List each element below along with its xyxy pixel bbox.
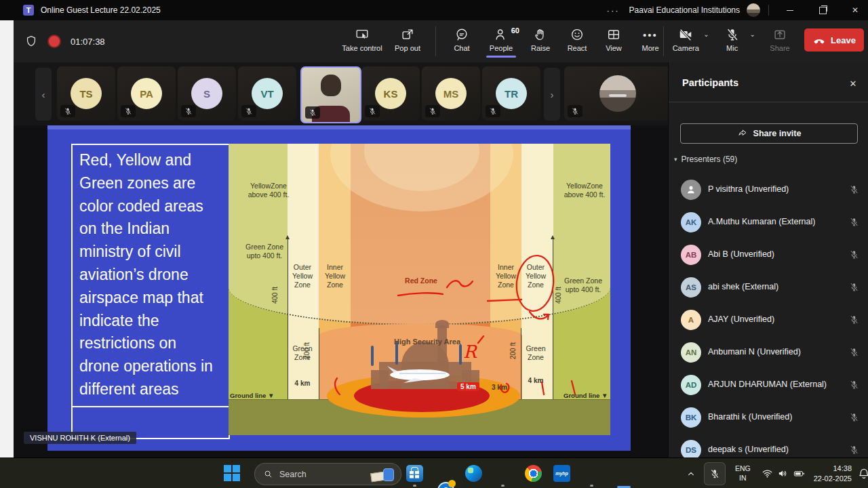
chat-button[interactable]: Chat	[447, 25, 477, 52]
share-invite-button[interactable]: Share invite	[680, 123, 858, 144]
edge-browser-icon[interactable]	[465, 465, 482, 482]
video-tile-photo[interactable]	[564, 66, 671, 121]
raise-label: Raise	[531, 44, 550, 52]
participant-row[interactable]: P visithra (Unverified)	[669, 174, 868, 206]
participant-row[interactable]: AB Abi B (Unverified)	[669, 239, 868, 271]
mic-off-icon	[849, 184, 859, 195]
participant-row[interactable]: A AJAY (Unverified)	[669, 304, 868, 336]
panel-divider	[669, 102, 868, 102]
participant-row[interactable]: AK A.Muthu Kumaran (External)	[669, 206, 868, 239]
presenters-count-label: Presenters (59)	[682, 155, 738, 164]
window-titlebar: T Online Guest Lecture 22.02.2025 ··· Pa…	[0, 0, 868, 20]
tray-date: 22-02-2025	[814, 474, 852, 484]
mic-off-icon	[124, 107, 132, 115]
desktop-edge-strip	[0, 20, 14, 458]
chat-icon	[454, 27, 469, 42]
restore-icon	[819, 7, 827, 14]
participant-filmstrip: ‹ TS PA S VT KS MS TR ›	[14, 62, 668, 125]
get-help-icon[interactable]: ?	[437, 482, 454, 488]
teams-app-icon: T	[23, 5, 34, 16]
chrome-browser-icon[interactable]	[525, 465, 542, 482]
tray-overflow-chevron-icon[interactable]	[682, 468, 700, 479]
titlebar-divider	[768, 5, 769, 16]
video-tile[interactable]: TS	[57, 66, 115, 121]
mic-off-icon	[725, 27, 740, 42]
participant-row[interactable]: AD ARJUN DHARUMAN (External)	[669, 369, 868, 401]
react-label: React	[568, 44, 587, 52]
toolbar-divider	[435, 26, 436, 56]
avatar	[681, 180, 701, 200]
filmstrip-next-icon[interactable]: ›	[544, 68, 560, 121]
presenters-section-header[interactable]: ▾ Presenters (59)	[674, 155, 737, 164]
mic-off-icon	[309, 108, 317, 117]
caption-divider	[73, 406, 229, 407]
microsoft-store-icon[interactable]	[406, 465, 423, 482]
camera-button[interactable]: Camera	[671, 25, 701, 52]
view-button[interactable]: View	[599, 25, 629, 52]
system-tray-icons[interactable]	[762, 468, 806, 479]
leave-button[interactable]: Leave	[804, 28, 864, 52]
participant-row[interactable]: AS abi shek (External)	[669, 271, 868, 304]
take-control-button[interactable]: Take control	[340, 25, 384, 52]
react-button[interactable]: React	[562, 25, 592, 52]
myhp-app-icon[interactable]: myhp	[553, 465, 570, 482]
video-tile[interactable]: TR	[482, 66, 540, 121]
notification-bell-icon[interactable]	[857, 467, 868, 481]
video-tile[interactable]: S	[178, 66, 236, 121]
app-running-dot	[590, 485, 593, 487]
people-button[interactable]: 60 People	[484, 25, 519, 58]
participant-row[interactable]: DS deepak s (Unverified)	[669, 434, 868, 458]
video-tile-active-speaker[interactable]	[300, 66, 361, 123]
participant-name: ARJUN DHARUMAN (External)	[708, 380, 827, 389]
participant-name: AJAY (Unverified)	[708, 314, 774, 324]
view-label: View	[606, 44, 622, 52]
mic-off-badge	[241, 105, 256, 117]
mic-off-icon	[709, 468, 720, 479]
mic-off-icon	[368, 107, 376, 115]
more-label: More	[642, 44, 658, 52]
speaker-icon	[777, 468, 789, 479]
avatar: AB	[681, 245, 701, 265]
participant-row[interactable]: BK Bharathi k (Unverified)	[669, 401, 868, 434]
clock[interactable]: 14:38 22-02-2025	[814, 464, 852, 484]
close-button[interactable]: ✕	[842, 0, 868, 20]
start-button[interactable]	[224, 465, 241, 482]
recording-indicator-icon	[47, 35, 61, 48]
share-screen-icon	[772, 27, 787, 42]
meeting-timer: 01:07:38	[71, 37, 105, 47]
filmstrip-prev-icon[interactable]: ‹	[35, 68, 52, 121]
account-avatar[interactable]	[747, 3, 760, 17]
panel-close-icon[interactable]: ✕	[846, 76, 861, 91]
participant-name: Bharathi k (Unverified)	[708, 412, 792, 422]
handwritten-r-annotation: R	[463, 342, 477, 362]
participant-name: deepak s (Unverified)	[708, 445, 789, 454]
minimize-button[interactable]	[777, 0, 803, 20]
mic-off-icon	[849, 217, 859, 227]
app-running-dot	[501, 485, 505, 487]
tray-mic-muted-button[interactable]	[704, 462, 726, 485]
camera-chevron-icon[interactable]: ⌄	[703, 30, 709, 38]
taskbar-search[interactable]: Search	[254, 463, 401, 485]
video-tile[interactable]: VT	[238, 66, 296, 121]
mic-off-badge	[425, 105, 440, 117]
titlebar-overflow-icon[interactable]: ···	[604, 5, 623, 16]
collapse-triangle-icon: ▾	[674, 156, 677, 163]
restore-button[interactable]	[810, 0, 835, 20]
avatar: AD	[681, 375, 701, 395]
video-tile[interactable]: MS	[422, 66, 480, 121]
pop-out-button[interactable]: Pop out	[391, 25, 425, 52]
mic-off-icon	[849, 249, 859, 260]
raise-hand-button[interactable]: Raise	[526, 25, 555, 52]
mic-button[interactable]: Mic	[717, 25, 747, 52]
participant-row[interactable]: AN Anbumani N (Unverified)	[669, 336, 868, 369]
participants-panel: Participants ✕ Share invite ▾ Presenters…	[668, 62, 868, 458]
mic-chevron-icon[interactable]: ⌄	[750, 30, 755, 38]
video-tile[interactable]: PA	[117, 66, 176, 121]
raise-hand-icon	[533, 27, 548, 42]
mic-off-icon	[849, 282, 859, 292]
language-indicator[interactable]: ENG IN	[735, 464, 751, 482]
video-tile[interactable]: KS	[361, 66, 420, 121]
slide-top-band	[47, 125, 631, 129]
mic-off-icon	[849, 380, 859, 390]
windows-taskbar: Search ? myhp 2 T ENG IN 14:38 22-02-202…	[0, 458, 868, 488]
